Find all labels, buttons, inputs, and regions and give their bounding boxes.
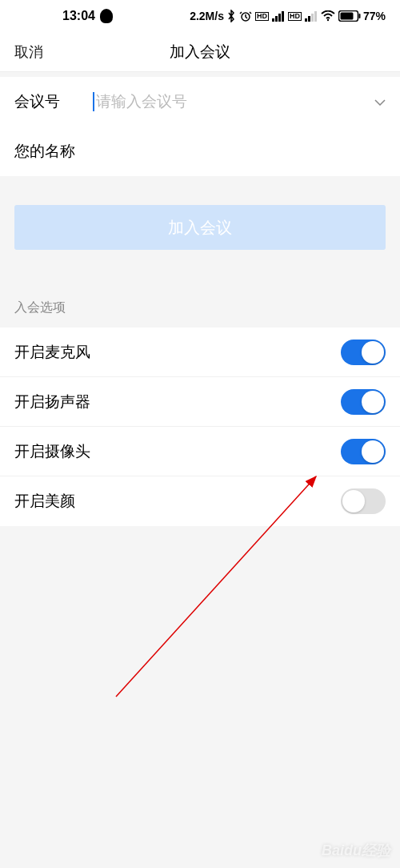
join-meeting-button[interactable]: 加入会议: [14, 205, 386, 250]
option-label: 开启美颜: [14, 491, 341, 512]
option-beauty: 开启美颜: [0, 476, 400, 526]
name-row[interactable]: 您的名称: [0, 127, 400, 176]
chevron-down-icon[interactable]: [374, 94, 386, 109]
beauty-toggle[interactable]: [341, 488, 386, 514]
svg-rect-11: [340, 13, 353, 20]
option-label: 开启扬声器: [14, 392, 341, 412]
svg-rect-4: [282, 11, 284, 22]
meeting-id-label: 会议号: [14, 91, 93, 112]
network-speed: 2.2M/s: [190, 10, 224, 22]
cancel-button[interactable]: 取消: [14, 42, 43, 62]
page-title: 加入会议: [170, 42, 230, 62]
svg-rect-3: [278, 14, 281, 22]
option-camera: 开启摄像头: [0, 427, 400, 476]
options-section-title: 入会选项: [0, 279, 400, 328]
status-time: 13:04: [62, 9, 95, 23]
svg-rect-12: [358, 14, 360, 18]
status-bar: 13:04 2.2M/s HD HD 77%: [0, 0, 400, 32]
name-input[interactable]: [93, 143, 386, 160]
svg-rect-7: [311, 14, 314, 22]
option-label: 开启麦克风: [14, 342, 341, 363]
name-label: 您的名称: [14, 141, 93, 162]
svg-rect-1: [272, 18, 274, 22]
battery-icon: [338, 10, 361, 22]
watermark: Baidu经验: [322, 841, 390, 860]
svg-point-9: [327, 19, 329, 21]
meeting-form: 会议号 请输入会议号 您的名称: [0, 77, 400, 176]
microphone-toggle[interactable]: [341, 340, 386, 365]
camera-toggle[interactable]: [341, 439, 386, 464]
meeting-id-row[interactable]: 会议号 请输入会议号: [0, 77, 400, 127]
wifi-icon: [321, 10, 335, 22]
svg-rect-2: [275, 16, 278, 22]
status-icons: HD HD: [226, 10, 361, 22]
option-microphone: 开启麦克风: [0, 328, 400, 377]
meeting-id-input[interactable]: 请输入会议号: [93, 91, 386, 112]
battery-percent: 77%: [363, 10, 386, 22]
option-speaker: 开启扬声器: [0, 377, 400, 427]
options-list: 开启麦克风 开启扬声器 开启摄像头 开启美颜: [0, 328, 400, 526]
svg-rect-6: [308, 16, 310, 22]
svg-rect-5: [305, 18, 307, 22]
signal-icon: [272, 10, 285, 22]
bluetooth-icon: [226, 10, 236, 22]
speaker-toggle[interactable]: [341, 389, 386, 415]
app-icon: [100, 9, 113, 23]
signal-icon-2: [305, 10, 318, 22]
button-wrap: 加入会议: [0, 176, 400, 279]
option-label: 开启摄像头: [14, 441, 341, 462]
nav-bar: 取消 加入会议: [0, 32, 400, 72]
text-cursor: [93, 92, 94, 111]
svg-rect-8: [314, 11, 317, 22]
alarm-icon: [239, 10, 252, 22]
